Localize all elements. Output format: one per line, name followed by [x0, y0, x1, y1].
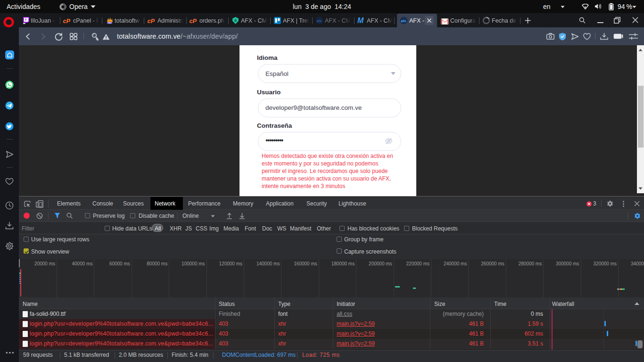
svg-text:cP: cP — [63, 17, 71, 25]
svg-text:cP: cP — [190, 17, 197, 25]
svg-text:PASI: PASI — [107, 22, 111, 24]
svg-text:cP: cP — [148, 17, 155, 25]
svg-text:afx: afx — [317, 19, 322, 23]
svg-text:M: M — [357, 16, 364, 25]
svg-text:afx: afx — [401, 19, 407, 23]
